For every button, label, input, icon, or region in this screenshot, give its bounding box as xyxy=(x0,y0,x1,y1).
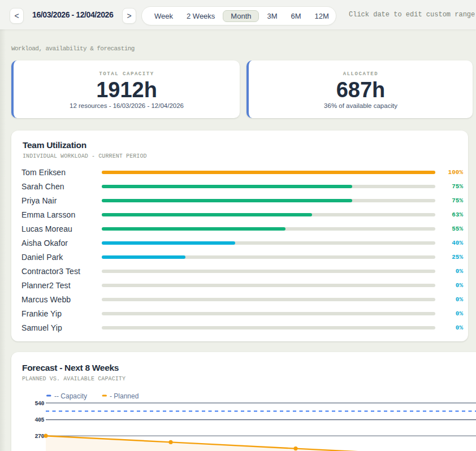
svg-text:540: 540 xyxy=(34,401,44,407)
svg-text:-- Capacity: -- Capacity xyxy=(54,392,87,400)
svg-text:270: 270 xyxy=(34,433,44,440)
svg-text:- Planned: - Planned xyxy=(110,392,139,400)
svg-text:405: 405 xyxy=(34,417,44,423)
